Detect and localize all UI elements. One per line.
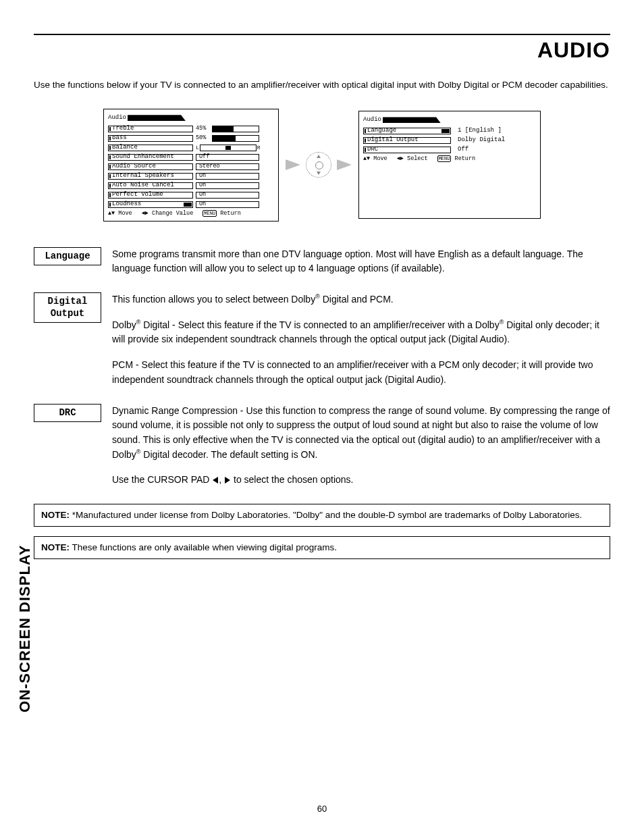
osd-right-row-value: Off (458, 147, 468, 153)
page-title: AUDIO (34, 38, 610, 63)
osd-left-tab-icon (128, 115, 186, 121)
cursor-pad-icon (306, 152, 331, 178)
osd-left-row: Treble45% (108, 124, 274, 133)
page-number: 60 (0, 804, 644, 814)
drc-p2: Use the CURSOR PAD , to select the chose… (112, 473, 610, 488)
arrow-right-icon (337, 159, 352, 170)
osd-right-row-label: DRC (363, 147, 451, 153)
osd-right-row-label: Language (363, 128, 451, 134)
page-root: AUDIO Use the functions below if your TV… (0, 0, 644, 834)
osd-left-row-value: 50% (196, 135, 212, 141)
osd-left-row-value: Stereo (196, 163, 259, 170)
digital-output-p1: This function allows you to select betwe… (112, 292, 610, 307)
osd-right-row: Digital OutputDolby Digital (363, 136, 536, 145)
osd-left-row: Auto Noise CancelOn (108, 181, 274, 190)
osd-left-row-label: Internal Speakers (108, 173, 193, 180)
osd-left-header: Audio (108, 113, 274, 122)
balance-left-label: L (196, 145, 199, 151)
osd-left-row: LoudnessOn (108, 200, 274, 209)
note-dolby-trademark: NOTE: *Manufactured under license from D… (34, 504, 610, 527)
osd-right-tab-icon (383, 117, 441, 123)
submenu-badge-icon (184, 203, 192, 207)
osd-left-footer-return: MENU Return (203, 211, 241, 217)
cursor-right-icon (225, 477, 230, 484)
osd-left-row-label: Audio Source (108, 163, 193, 170)
osd-left-row-label: Treble (108, 126, 193, 132)
transition-arrows (286, 152, 352, 178)
intro-paragraph: Use the functions below if your TV is co… (34, 79, 610, 91)
note-label: NOTE: (41, 510, 70, 520)
osd-audio-sub: Audio Language1 [English ]Digital Output… (358, 111, 541, 219)
slider-track (212, 135, 259, 142)
osd-left-row: Sound EnhancementOff (108, 153, 274, 161)
osd-left-row-label: Perfect Volume (108, 192, 193, 199)
osd-left-row-label: Auto Noise Cancel (108, 182, 193, 189)
osd-right-row: DRCOff (363, 145, 536, 154)
osd-left-row-value: Off (196, 154, 259, 161)
digital-output-body: This function allows you to select betwe… (112, 292, 610, 387)
language-body: Some programs transmit more than one DTV… (112, 247, 610, 276)
osd-screens-row: Audio Treble45%Bass50%BalanceLRSound Enh… (65, 109, 579, 221)
osd-right-title: Audio (363, 117, 381, 123)
note-body: These functions are only available when … (70, 542, 337, 552)
osd-right-footer-select: ◄► Select (397, 156, 428, 162)
arrow-right-icon (286, 159, 300, 170)
osd-left-row: Bass50% (108, 134, 274, 142)
side-tab-label: ON-SCREEN DISPLAY (16, 545, 34, 712)
osd-right-row-value: Dolby Digital (458, 137, 505, 143)
osd-audio-main: Audio Treble45%Bass50%BalanceLRSound Enh… (103, 109, 279, 221)
osd-left-row-label: Sound Enhancement (108, 154, 193, 161)
balance-right-label: R (257, 145, 261, 151)
osd-left-row-value: On (196, 201, 259, 208)
osd-left-row-value: On (196, 173, 259, 180)
osd-right-header: Audio (363, 115, 536, 124)
balance-track (200, 145, 257, 151)
osd-left-row-value: 45% (196, 126, 212, 132)
osd-left-row: Perfect VolumeOn (108, 190, 274, 199)
osd-left-row-value: On (196, 192, 259, 199)
language-label-box: Language (34, 247, 101, 266)
osd-left-row: Audio SourceStereo (108, 162, 274, 171)
section-language: Language Some programs transmit more tha… (34, 247, 610, 276)
note-digital-only: NOTE: These functions are only available… (34, 536, 610, 559)
cursor-left-icon (213, 477, 218, 484)
drc-p1: Dynamic Range Compression - Use this fun… (112, 404, 610, 463)
osd-right-footer-move: ▲▼ Move (363, 156, 387, 162)
osd-left-footer: ▲▼ Move ◄► Change Value MENU Return (108, 211, 274, 217)
osd-left-row-label: Loudness (108, 201, 193, 208)
osd-left-row-value: On (196, 182, 259, 189)
osd-right-row-label: Digital Output (363, 137, 451, 144)
header-rule (34, 34, 610, 35)
section-digital-output: Digital Output This function allows you … (34, 292, 610, 387)
osd-left-row-label: Bass (108, 135, 193, 142)
osd-left-footer-change: ◄► Change Value (142, 211, 194, 217)
osd-right-footer: ▲▼ Move ◄► Select MENU Return (363, 156, 536, 162)
drc-body: Dynamic Range Compression - Use this fun… (112, 404, 610, 488)
osd-left-row-label: Balance (108, 145, 193, 151)
digital-output-label-box: Digital Output (34, 292, 101, 323)
osd-right-row: Language1 [English ] (363, 126, 536, 135)
submenu-badge-icon (441, 129, 450, 133)
note-label: NOTE: (41, 542, 70, 552)
section-drc: DRC Dynamic Range Compression - Use this… (34, 404, 610, 488)
osd-right-footer-return: MENU Return (437, 156, 476, 162)
language-text: Some programs transmit more than one DTV… (112, 247, 610, 276)
drc-label-box: DRC (34, 404, 101, 423)
osd-left-row: Internal SpeakersOn (108, 172, 274, 180)
osd-left-title: Audio (108, 115, 126, 121)
slider-track (212, 126, 259, 132)
digital-output-p3: PCM - Select this feature if the TV is c… (112, 358, 610, 387)
osd-left-footer-move: ▲▼ Move (108, 211, 132, 217)
digital-output-p2: Dolby® Digital - Select this feature if … (112, 318, 610, 347)
osd-left-row: BalanceLR (108, 143, 274, 152)
osd-right-row-value: 1 [English ] (458, 128, 502, 134)
note-body: *Manufactured under license from Dolby L… (70, 510, 582, 520)
